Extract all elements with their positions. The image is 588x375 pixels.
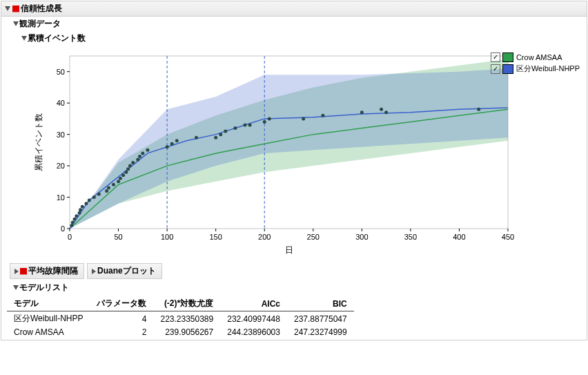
svg-point-45 xyxy=(321,114,324,117)
svg-point-20 xyxy=(112,183,115,186)
svg-point-46 xyxy=(360,110,364,114)
table-row[interactable]: 区分Weibull-NHPP4223.23350389232.409974482… xyxy=(7,311,354,327)
obs-header[interactable]: 観測データ xyxy=(10,17,587,31)
col-header: BIC xyxy=(287,296,354,311)
legend-label: 区分Weibull-NHPP xyxy=(516,64,580,74)
svg-point-41 xyxy=(248,124,252,127)
svg-point-30 xyxy=(141,151,144,155)
svg-point-8 xyxy=(71,220,75,224)
table-row[interactable]: Crow AMSAA2239.9056267244.23896003247.23… xyxy=(7,326,354,338)
svg-text:50: 50 xyxy=(114,233,122,241)
svg-point-33 xyxy=(170,142,174,146)
svg-point-28 xyxy=(136,158,139,162)
svg-text:10: 10 xyxy=(57,193,65,202)
svg-point-23 xyxy=(121,173,125,177)
checkbox-icon[interactable]: ✓ xyxy=(491,52,500,62)
svg-point-9 xyxy=(73,218,77,221)
checkbox-icon[interactable]: ✓ xyxy=(491,64,500,74)
cum-title: 累積イベント数 xyxy=(28,32,86,44)
obs-title: 観測データ xyxy=(19,18,61,30)
legend-item[interactable]: ✓ 区分Weibull-NHPP xyxy=(491,64,580,74)
svg-point-49 xyxy=(477,108,480,111)
svg-point-13 xyxy=(81,205,84,209)
mtbf-section-collapsed[interactable]: 平均故障間隔 xyxy=(10,263,84,279)
svg-point-10 xyxy=(75,214,78,218)
svg-text:50: 50 xyxy=(57,68,65,76)
svg-point-18 xyxy=(105,189,108,193)
svg-marker-3 xyxy=(21,36,27,41)
mtbf-title: 平均故障間隔 xyxy=(28,265,78,277)
cell: 223.23350389 xyxy=(153,311,220,327)
disclosure-triangle-icon[interactable] xyxy=(12,21,19,28)
cell: 232.40997448 xyxy=(220,311,287,327)
modellist-header[interactable]: モデルリスト xyxy=(10,280,587,295)
svg-text:450: 450 xyxy=(502,233,514,241)
svg-text:20: 20 xyxy=(57,162,65,170)
svg-point-14 xyxy=(84,202,88,205)
svg-point-15 xyxy=(88,199,91,202)
svg-text:150: 150 xyxy=(209,233,222,241)
disclosure-triangle-icon[interactable] xyxy=(21,35,28,42)
svg-text:100: 100 xyxy=(161,233,173,241)
disclosure-triangle-right-icon[interactable] xyxy=(90,268,97,275)
main-title: 信頼性成長 xyxy=(21,3,62,15)
svg-marker-1 xyxy=(13,7,19,12)
svg-point-7 xyxy=(70,224,73,227)
cell: 244.23896003 xyxy=(220,326,287,338)
svg-text:40: 40 xyxy=(57,99,65,107)
svg-point-27 xyxy=(131,161,135,164)
cell: 区分Weibull-NHPP xyxy=(7,311,90,327)
legend-swatch xyxy=(502,52,513,62)
svg-point-32 xyxy=(166,145,169,148)
svg-marker-84 xyxy=(14,269,19,274)
cum-header[interactable]: 累積イベント数 xyxy=(18,31,587,46)
disclosure-triangle-right-icon[interactable] xyxy=(13,268,20,275)
svg-text:30: 30 xyxy=(57,131,65,139)
cumulative-events-chart: 05010015020025030035040045001020304050日累… xyxy=(32,49,515,256)
svg-marker-0 xyxy=(5,6,10,11)
svg-marker-86 xyxy=(92,269,96,274)
svg-point-40 xyxy=(244,124,247,127)
svg-text:0: 0 xyxy=(61,224,65,233)
duane-title: Duaneプロット xyxy=(97,265,156,277)
svg-point-39 xyxy=(233,126,237,130)
legend-label: Crow AMSAA xyxy=(516,53,562,61)
svg-point-29 xyxy=(138,155,141,158)
disclosure-triangle-icon[interactable] xyxy=(4,6,11,12)
legend: ✓ Crow AMSAA ✓ 区分Weibull-NHPP xyxy=(491,52,580,75)
svg-marker-85 xyxy=(21,269,26,274)
cum-section: 累積イベント数 05010015020025030035040045001020… xyxy=(18,31,587,262)
svg-point-48 xyxy=(384,110,388,114)
modellist-title: モデルリスト xyxy=(19,282,69,294)
svg-point-31 xyxy=(146,148,149,152)
cell: 239.9056267 xyxy=(153,326,220,338)
model-table: モデルパラメータ数(-2)*対数尤度AICcBIC 区分Weibull-NHPP… xyxy=(7,296,354,338)
main-header[interactable]: 信頼性成長 xyxy=(1,1,587,17)
svg-point-43 xyxy=(268,117,271,120)
legend-item[interactable]: ✓ Crow AMSAA xyxy=(491,52,580,62)
col-header: (-2)*対数尤度 xyxy=(153,296,220,311)
disclosure-triangle-icon[interactable] xyxy=(12,285,19,291)
svg-text:200: 200 xyxy=(258,233,271,241)
svg-text:累積イベント数: 累積イベント数 xyxy=(34,113,43,171)
cell: 2 xyxy=(90,326,153,338)
svg-point-26 xyxy=(128,164,132,168)
col-header: パラメータ数 xyxy=(90,296,153,311)
svg-point-21 xyxy=(117,180,120,183)
svg-point-17 xyxy=(97,193,101,196)
svg-text:400: 400 xyxy=(453,233,465,241)
menu-icon[interactable] xyxy=(20,268,27,275)
svg-text:0: 0 xyxy=(68,233,72,241)
menu-icon[interactable] xyxy=(12,6,19,12)
svg-point-25 xyxy=(126,167,130,171)
svg-marker-2 xyxy=(13,21,19,26)
svg-marker-87 xyxy=(13,285,19,290)
collapsed-sections-row: 平均故障間隔 Duaneプロット xyxy=(10,263,587,279)
svg-point-19 xyxy=(107,186,110,189)
svg-point-12 xyxy=(79,208,82,211)
svg-point-42 xyxy=(263,120,266,124)
svg-point-16 xyxy=(92,195,96,199)
svg-text:日: 日 xyxy=(285,245,293,255)
svg-point-34 xyxy=(175,139,179,142)
duane-section-collapsed[interactable]: Duaneプロット xyxy=(87,263,162,279)
